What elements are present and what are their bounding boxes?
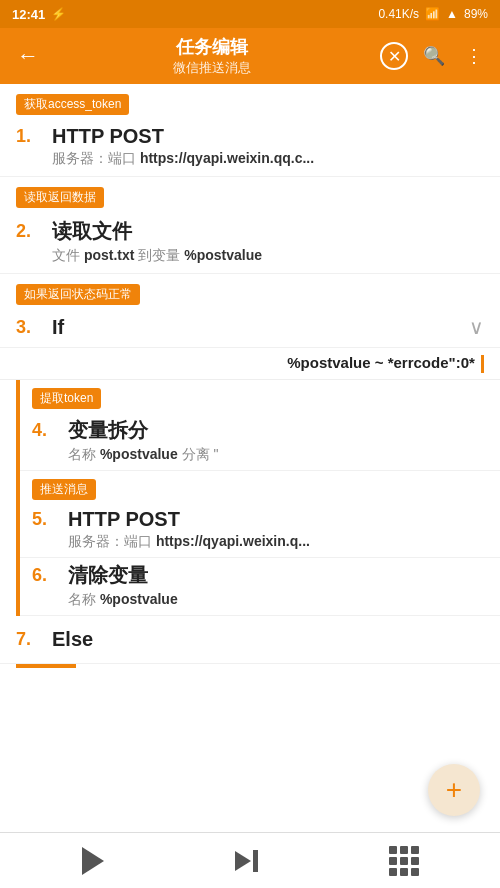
close-button[interactable]: ✕ — [376, 38, 412, 74]
else-header: 7. Else — [16, 628, 484, 651]
task-detail-4: 名称 %postvalue 分离 " — [68, 446, 488, 464]
section-label-5: 推送消息 — [32, 479, 96, 500]
more-button[interactable]: ⋮ — [456, 38, 492, 74]
fab-button[interactable]: + — [428, 764, 480, 816]
task-item-4[interactable]: 4. 变量拆分 名称 %postvalue 分离 " — [20, 413, 500, 471]
more-icon: ⋮ — [465, 45, 483, 67]
task-header-5: 5. HTTP POST — [32, 508, 488, 531]
task-item-2[interactable]: 2. 读取文件 文件 post.txt 到变量 %postvalue — [0, 212, 500, 274]
task-item-1[interactable]: 1. HTTP POST 服务器：端口 https://qyapi.weixin… — [0, 119, 500, 177]
lightning-icon: ⚡ — [51, 7, 66, 21]
search-icon: 🔍 — [423, 45, 445, 67]
task-name-5: HTTP POST — [68, 508, 488, 531]
top-nav-bar: ← 任务编辑 微信推送消息 ✕ 🔍 ⋮ — [0, 28, 500, 84]
task-header-4: 4. 变量拆分 — [32, 417, 488, 444]
task-detail-2: 文件 post.txt 到变量 %postvalue — [52, 247, 484, 265]
status-bar-left: 12:41 ⚡ — [12, 7, 66, 22]
step-button[interactable] — [235, 850, 258, 872]
back-button[interactable]: ← — [8, 36, 48, 76]
step-bar-icon — [253, 850, 258, 872]
task-number-2: 2. — [16, 221, 44, 242]
if-condition-text: %postvalue ~ *errcode":0* — [287, 354, 484, 373]
task-number-5: 5. — [32, 509, 60, 530]
status-bar-right: 0.41K/s 📶 ▲ 89% — [378, 7, 488, 21]
nested-block: 提取token 4. 变量拆分 名称 %postvalue 分离 " 推送消息 … — [16, 380, 500, 616]
status-bar: 12:41 ⚡ 0.41K/s 📶 ▲ 89% — [0, 0, 500, 28]
task-name-6: 清除变量 — [68, 562, 488, 589]
page-title: 任务编辑 — [176, 35, 248, 59]
section-label-1: 获取access_token — [16, 94, 129, 115]
task-name-2: 读取文件 — [52, 218, 484, 245]
battery-level: 89% — [464, 7, 488, 21]
wifi-icon: ▲ — [446, 7, 458, 21]
task-header-3: 3. If ∨ — [16, 315, 484, 339]
signal-icon: 📶 — [425, 7, 440, 21]
progress-bar — [16, 664, 76, 668]
search-button[interactable]: 🔍 — [416, 38, 452, 74]
network-speed: 0.41K/s — [378, 7, 419, 21]
back-arrow-icon: ← — [17, 43, 39, 69]
grid-icon — [389, 846, 419, 876]
play-button[interactable] — [82, 847, 104, 875]
cursor — [481, 355, 484, 373]
task-header-2: 2. 读取文件 — [16, 218, 484, 245]
task-name-3: If — [52, 316, 461, 339]
task-number-3: 3. — [16, 317, 44, 338]
grid-button[interactable] — [389, 846, 419, 876]
content-area: 获取access_token 1. HTTP POST 服务器：端口 https… — [0, 84, 500, 832]
task-number-4: 4. — [32, 420, 60, 441]
task-detail-6: 名称 %postvalue — [68, 591, 488, 609]
step-play-icon — [235, 851, 251, 871]
task-detail-5: 服务器：端口 https://qyapi.weixin.q... — [68, 533, 488, 551]
bottom-bar — [0, 832, 500, 888]
if-condition-row[interactable]: %postvalue ~ *errcode":0* — [0, 348, 500, 380]
task-number-6: 6. — [32, 565, 60, 586]
task-item-6[interactable]: 6. 清除变量 名称 %postvalue — [20, 558, 500, 616]
else-item[interactable]: 7. Else — [0, 616, 500, 664]
task-header-1: 1. HTTP POST — [16, 125, 484, 148]
title-area: 任务编辑 微信推送消息 — [56, 35, 368, 77]
else-number: 7. — [16, 629, 44, 650]
play-icon — [82, 847, 104, 875]
task-item-3[interactable]: 3. If ∨ — [0, 309, 500, 348]
task-name-1: HTTP POST — [52, 125, 484, 148]
else-name: Else — [52, 628, 484, 651]
task-header-6: 6. 清除变量 — [32, 562, 488, 589]
top-bar-actions: ✕ 🔍 ⋮ — [376, 38, 492, 74]
task-detail-1: 服务器：端口 https://qyapi.weixin.qq.c... — [52, 150, 484, 168]
if-block: 3. If ∨ %postvalue ~ *errcode":0* 提取toke… — [0, 309, 500, 616]
task-name-4: 变量拆分 — [68, 417, 488, 444]
condition-value: %postvalue ~ *errcode":0* — [287, 354, 475, 371]
close-circle: ✕ — [380, 42, 408, 70]
section-label-3: 如果返回状态码正常 — [16, 284, 140, 305]
page-subtitle: 微信推送消息 — [173, 59, 251, 77]
chevron-down-icon: ∨ — [469, 315, 484, 339]
section-label-4: 提取token — [32, 388, 101, 409]
fab-plus-icon: + — [446, 774, 462, 806]
task-number-1: 1. — [16, 126, 44, 147]
section-label-2: 读取返回数据 — [16, 187, 104, 208]
status-time: 12:41 — [12, 7, 45, 22]
task-item-5[interactable]: 5. HTTP POST 服务器：端口 https://qyapi.weixin… — [20, 504, 500, 558]
